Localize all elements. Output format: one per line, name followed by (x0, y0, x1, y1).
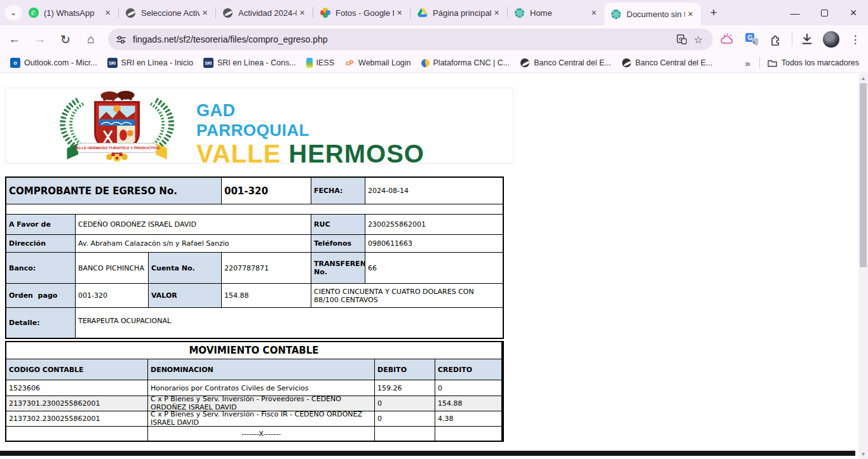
scroll-down-arrow[interactable]: ▼ (858, 449, 868, 459)
tab-label: Actividad 2024-0 (238, 8, 297, 18)
scroll-up-arrow[interactable]: ▲ (858, 74, 868, 83)
cloud-sparkle-icon[interactable] (718, 30, 737, 49)
iess-icon (306, 58, 313, 68)
google-translate-icon[interactable]: G x (742, 30, 761, 49)
row-codigo: 2137302.2300255862001 (6, 411, 147, 426)
teal-gear-icon (611, 9, 621, 20)
detalle-label: Detalle: (6, 308, 75, 338)
chrome-menu-icon[interactable]: ⋮ (846, 30, 865, 49)
cuenta-value: 2207787871 (222, 253, 311, 283)
direccion-value: Av. Abraham Calazacón s/n y Rafael Sanzi… (76, 235, 311, 252)
tab-documento-active[interactable]: Documento sin t × (604, 3, 701, 25)
browser-window: ⌄ ✆ (1) WhatsApp × Seleccione Activ × Ac… (0, 0, 868, 459)
logo-line-gad: GAD (196, 102, 424, 119)
google-photos-icon (320, 8, 330, 18)
toolbar-divider (792, 33, 792, 46)
bookmark-sri-consultas[interactable]: SRI SRI en Línea - Cons... (203, 58, 296, 68)
bookmark-star-icon[interactable]: ☆ (690, 31, 707, 48)
bookmark-label: Banco Central del E... (635, 58, 713, 67)
maximize-button[interactable] (810, 0, 839, 25)
bookmark-cnc[interactable]: Plataforma CNC | C... (421, 58, 510, 67)
bookmark-label: Banco Central del E... (534, 58, 611, 67)
tab-label: Home (530, 8, 588, 18)
row-codigo: 2137301.2300255862001 (6, 396, 147, 411)
whatsapp-icon: ✆ (28, 8, 39, 18)
vertical-scrollbar[interactable]: ▲ ▼ (858, 74, 868, 459)
teal-gear-icon (514, 8, 525, 18)
row-denominacion: C x P Bienes y Serv. Inversión - Proveed… (148, 396, 374, 411)
scrollbar-thumb[interactable] (860, 83, 867, 267)
tab-strip: ⌄ ✆ (1) WhatsApp × Seleccione Activ × Ac… (0, 0, 868, 25)
separator-empty-cell (6, 427, 147, 441)
back-icon: ← (9, 32, 21, 46)
bookmark-label: Plataforma CNC | C... (433, 58, 510, 67)
all-bookmarks-button[interactable]: Todos los marcadores (768, 58, 859, 68)
bookmark-outlook[interactable]: o Outlook.com - Micr... (10, 58, 97, 68)
bookmark-webmail[interactable]: cP Webmail Login (344, 58, 410, 68)
row-debito: 0 (375, 411, 435, 426)
extensions-puzzle-icon[interactable] (766, 30, 785, 49)
minimize-button[interactable]: — (780, 0, 810, 25)
close-icon[interactable]: × (394, 8, 405, 18)
orden-pago-label: Orden pago (6, 284, 75, 307)
tab-pagina-principal[interactable]: Página principal × (410, 0, 507, 25)
transferencia-label: TRANSFERENCIA No. (311, 253, 365, 283)
address-bar[interactable]: fingads.net/sf2/tesoreria/files/compro_e… (108, 29, 713, 50)
banco-value: BANCO PICHINCHA (76, 253, 148, 283)
reload-icon: ↻ (60, 32, 71, 47)
globe-icon (621, 58, 632, 68)
close-icon[interactable]: × (491, 8, 502, 18)
close-icon[interactable]: × (685, 9, 696, 20)
bookmarks-overflow-button[interactable]: » (745, 58, 750, 69)
bookmark-banco-central-1[interactable]: Banco Central del E... (520, 58, 611, 68)
bookmark-banco-central-2[interactable]: Banco Central del E... (621, 58, 713, 68)
afavor-value: CEDEÑO ORDOÑEZ ISRAEL DAVID (76, 215, 311, 234)
back-button[interactable]: ← (4, 29, 25, 50)
bookmarks-divider (759, 57, 760, 69)
valle-hermoso-crest: VALLE HERMOSO TURISTICO Y PRODUCTIVO (41, 88, 200, 163)
direccion-label: Dirección (6, 235, 75, 252)
row-debito: 159.26 (375, 380, 435, 396)
tab-label: Página principal (433, 8, 491, 18)
row-debito: 0 (375, 396, 435, 411)
tab-whatsapp[interactable]: ✆ (1) WhatsApp × (22, 0, 118, 25)
movimiento-contable-table: MOVIMIENTO CONTABLE CODIGO CONTABLE DENO… (5, 341, 504, 442)
sri-icon: SRI (107, 58, 118, 68)
tab-search-button[interactable]: ⌄ (5, 5, 22, 20)
profile-avatar[interactable] (822, 30, 841, 49)
bookmark-label: IESS (316, 58, 335, 67)
cuenta-label: Cuenta No. (149, 253, 221, 283)
chevron-down-icon: ⌄ (10, 8, 17, 17)
close-icon[interactable]: × (297, 8, 308, 18)
bookmarks-right: » Todos los marcadores (745, 57, 868, 69)
site-settings-icon[interactable] (116, 34, 126, 45)
forward-button[interactable]: → (29, 29, 51, 50)
url-text[interactable]: fingads.net/sf2/tesoreria/files/compro_e… (133, 34, 674, 44)
bookmarks-bar: o Outlook.com - Micr... SRI SRI en Línea… (0, 53, 868, 73)
bookmark-iess[interactable]: IESS (306, 58, 335, 68)
tab-actividad[interactable]: Actividad 2024-0 × (216, 0, 313, 25)
separator-x: -------X------- (148, 427, 374, 441)
row-credito: 4.38 (435, 411, 501, 426)
reload-button[interactable]: ↻ (55, 29, 76, 50)
header-codigo-contable: CODIGO CONTABLE (6, 359, 147, 380)
folder-icon (768, 58, 778, 68)
tab-seleccione[interactable]: Seleccione Activ × (119, 0, 215, 25)
new-tab-button[interactable]: + (705, 4, 722, 22)
close-window-button[interactable]: × (839, 0, 868, 25)
tab-home[interactable]: Home × (508, 0, 604, 25)
tab-fotos[interactable]: Fotos - Google F × (313, 0, 410, 25)
translate-page-icon[interactable]: G (674, 31, 690, 48)
tab-label: (1) WhatsApp (44, 8, 102, 18)
close-icon[interactable]: × (102, 8, 113, 18)
close-icon[interactable]: × (200, 8, 210, 18)
transferencia-value: 66 (365, 253, 503, 283)
bookmark-sri-inicio[interactable]: SRI SRI en Línea - Inicio (107, 58, 193, 68)
home-button[interactable]: ⌂ (80, 29, 102, 50)
close-icon[interactable]: × (588, 8, 599, 18)
logo-word-valle: VALLE (196, 140, 281, 168)
outlook-icon: o (10, 58, 20, 68)
voucher-title: COMPROBANTE DE EGRESO No. (6, 178, 221, 204)
next-section-edge (0, 451, 855, 456)
downloads-icon[interactable] (797, 30, 817, 49)
